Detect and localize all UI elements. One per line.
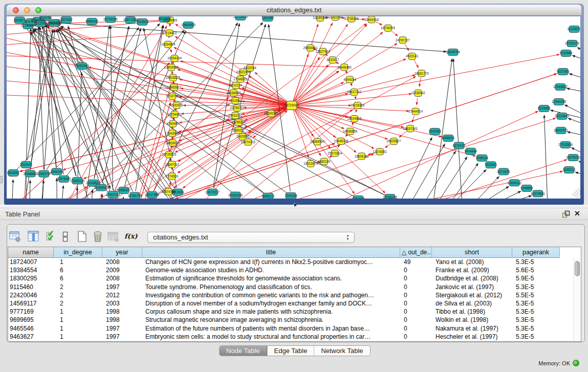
tab-node-table[interactable]: Node Table <box>220 346 267 356</box>
close-panel-icon[interactable]: ✕ <box>574 209 580 217</box>
svg-text:19313976: 19313976 <box>303 162 318 165</box>
svg-text:5210114: 5210114 <box>230 83 243 87</box>
delete-table-icon[interactable] <box>92 231 104 245</box>
svg-text:13809096: 13809096 <box>164 65 179 69</box>
table-scrollbar-thumb[interactable] <box>575 261 580 276</box>
svg-text:14836858: 14836858 <box>343 129 358 133</box>
combo-arrows-icon: ▲▼ <box>345 234 350 242</box>
svg-text:6679197: 6679197 <box>453 144 466 147</box>
svg-text:1527602: 1527602 <box>60 18 73 21</box>
table-row[interactable]: 946362711997Embryonic stem cells: a mode… <box>8 333 581 341</box>
cell-title: Tourette syndrome. Phenomenology and cla… <box>142 283 400 291</box>
column-header-in_degree[interactable]: in_degree <box>54 247 102 258</box>
svg-text:18974193: 18974193 <box>241 140 256 144</box>
function-builder-icon[interactable]: f(x) <box>124 232 138 240</box>
table-row[interactable]: 977716911998Corpus callosum shape and si… <box>8 308 581 316</box>
table-row[interactable]: 969969511998Structural magnetic resonanc… <box>8 316 581 324</box>
svg-text:1911661: 1911661 <box>229 99 242 102</box>
svg-text:16782759: 16782759 <box>127 194 142 198</box>
cell-in_degree: 2 <box>54 299 102 308</box>
tab-edge-table[interactable]: Edge Table <box>267 346 314 356</box>
svg-text:4982100: 4982100 <box>318 160 331 163</box>
cell-pagerank: 5.3E-5 <box>512 283 560 291</box>
table-row[interactable]: 1938455462009Genome-wide association stu… <box>8 266 581 274</box>
svg-text:8471876: 8471876 <box>497 170 510 173</box>
cell-name: 19384554 <box>8 266 54 274</box>
cell-in_degree: 1 <box>54 258 102 266</box>
minimize-window-button[interactable] <box>24 7 30 13</box>
merge-columns-icon[interactable] <box>62 231 69 245</box>
side-panel-grabber[interactable] <box>0 176 3 183</box>
column-header-name[interactable]: name <box>8 247 54 258</box>
window-titlebar[interactable]: citations_edges.txt <box>7 5 581 16</box>
memory-status: Memory: OK <box>538 360 579 366</box>
cell-name: 14569117 <box>8 299 54 308</box>
table-row[interactable]: 2242004622012Investigating the contribut… <box>8 291 581 299</box>
cell-pagerank: 5.3E-5 <box>512 299 560 308</box>
network-table-selector[interactable]: citations_edges.txt ▲▼ <box>147 232 355 243</box>
svg-text:3995176: 3995176 <box>262 194 275 198</box>
svg-text:20910252: 20910252 <box>47 21 62 25</box>
cell-short: Nakamura et al. (1997) <box>432 324 512 333</box>
cell-in_degree: 6 <box>54 266 102 274</box>
table-row[interactable]: 946554611997Estimation of the future num… <box>8 324 581 333</box>
svg-text:10719185: 10719185 <box>103 17 118 21</box>
svg-text:17346811: 17346811 <box>233 77 248 81</box>
table-settings-icon[interactable] <box>9 231 21 245</box>
column-header-year[interactable]: year <box>102 247 142 258</box>
cell-year: 1997 <box>102 283 142 291</box>
column-header-short[interactable]: short <box>432 247 512 258</box>
svg-text:2462851: 2462851 <box>236 135 249 138</box>
svg-text:19217988: 19217988 <box>145 193 160 196</box>
column-header-out_de[interactable]: △ out_de… <box>400 247 432 258</box>
new-table-icon[interactable] <box>77 231 88 245</box>
table-scrollbar-track[interactable] <box>573 258 581 341</box>
cell-title: Corpus callosum shape and size in male p… <box>142 308 400 316</box>
cell-short: Franke et al. (2009) <box>432 266 512 274</box>
svg-text:12444158: 12444158 <box>552 100 567 103</box>
svg-text:11568663: 11568663 <box>23 172 37 176</box>
cell-pagerank: 5.9E-5 <box>512 274 560 282</box>
svg-text:2774539: 2774539 <box>166 174 179 178</box>
close-window-button[interactable] <box>13 7 19 13</box>
svg-text:10279561: 10279561 <box>531 192 546 195</box>
cell-year: 2012 <box>102 291 142 299</box>
float-panel-icon[interactable] <box>562 210 570 218</box>
svg-text:15256238: 15256238 <box>231 120 246 124</box>
svg-text:7241033: 7241033 <box>285 194 297 198</box>
zoom-window-button[interactable] <box>35 7 41 13</box>
svg-text:12093822: 12093822 <box>553 85 568 89</box>
table-row[interactable]: 1872400712008Changes of HCN gene express… <box>8 258 581 266</box>
cell-pagerank: 5.3E-5 <box>512 316 560 324</box>
svg-text:29053346: 29053346 <box>75 64 90 68</box>
svg-text:16264624: 16264624 <box>161 42 176 46</box>
svg-text:15692971: 15692971 <box>554 128 569 132</box>
column-header-pagerank[interactable]: pagerank <box>512 247 560 258</box>
cell-short: Jankovic et al. (1997) <box>432 283 512 291</box>
svg-text:10648784: 10648784 <box>446 50 461 54</box>
table-row[interactable]: 1830029562008Estimation of significance … <box>8 274 581 282</box>
table-type-tabs: Node TableEdge TableNetwork Table <box>219 345 371 356</box>
cell-out_de: 0 <box>400 316 432 324</box>
select-rows-icon[interactable] <box>46 231 56 245</box>
svg-text:16054154: 16054154 <box>167 56 182 60</box>
svg-text:16210643: 16210643 <box>555 114 570 118</box>
svg-text:18104815: 18104815 <box>347 117 362 120</box>
svg-text:18837043: 18837043 <box>403 127 418 130</box>
cell-title: Disruption of a novel member of a sodium… <box>142 299 400 308</box>
table-row[interactable]: 911546021997Tourette syndrome. Phenomeno… <box>8 283 581 291</box>
cell-name: 18724007 <box>8 258 54 266</box>
cell-year: 1998 <box>102 316 142 324</box>
column-header-title[interactable]: title <box>142 247 400 258</box>
network-canvas[interactable]: 1872400716038499177244131626462416054154… <box>7 16 580 199</box>
show-columns-icon[interactable] <box>28 231 39 245</box>
table-row[interactable]: 1456911722003Disruption of a novel membe… <box>8 299 581 308</box>
svg-text:5702795: 5702795 <box>166 94 179 98</box>
svg-text:11123070: 11123070 <box>567 27 580 31</box>
tab-network-table[interactable]: Network Table <box>314 346 369 356</box>
cell-year: 2003 <box>102 299 142 308</box>
import-table-icon[interactable] <box>107 231 119 245</box>
svg-text:9227343: 9227343 <box>557 70 570 73</box>
svg-text:11754971: 11754971 <box>168 113 182 116</box>
cell-title: Investigating the contribution of common… <box>142 291 400 299</box>
